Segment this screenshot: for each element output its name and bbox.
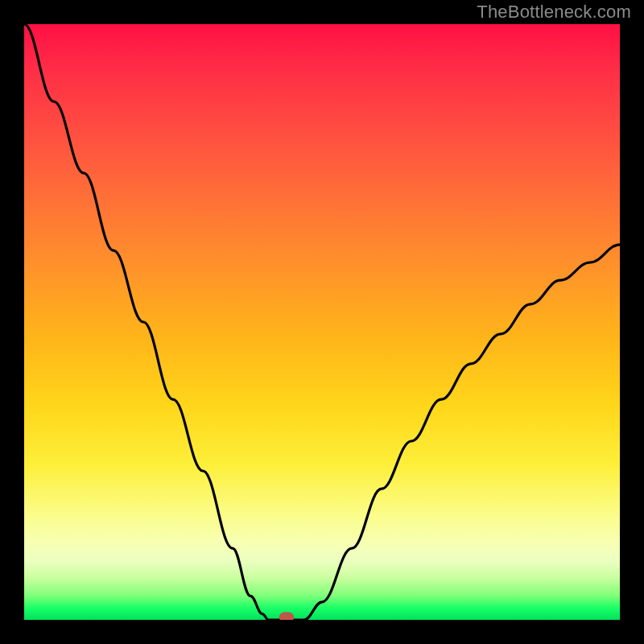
watermark-text: TheBottleneck.com	[477, 2, 631, 23]
optimal-point-marker	[279, 613, 294, 621]
curve-path	[24, 24, 620, 620]
plot-area	[24, 24, 620, 620]
bottleneck-curve	[24, 24, 620, 620]
chart-container: TheBottleneck.com	[0, 0, 644, 644]
